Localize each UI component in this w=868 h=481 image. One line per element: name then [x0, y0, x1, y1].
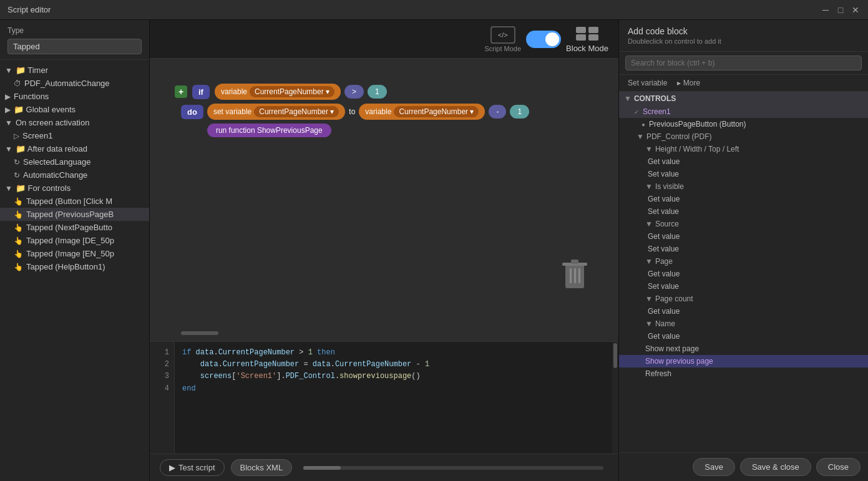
value-pill[interactable]: 1: [368, 85, 387, 99]
svg-rect-6: [571, 260, 578, 264]
sidebar-item-label: Tapped (NextPageButto: [26, 223, 112, 232]
type-input[interactable]: [7, 39, 142, 54]
sidebar-item-after-data-reload[interactable]: ▼ 📁 After data reload: [0, 142, 149, 155]
run-function-pill[interactable]: run function ShowPreviousPage: [207, 124, 331, 137]
code-icon: </>: [498, 31, 508, 39]
panel-page-count-label: Page count: [655, 294, 693, 303]
script-mode-icon: </>: [490, 26, 515, 44]
test-script-button[interactable]: ▶ Test script: [160, 459, 225, 476]
canvas-horizontal-scrollbar[interactable]: [303, 466, 603, 470]
panel-page-count-get[interactable]: Get value: [619, 305, 868, 318]
tap-icon: 👆: [14, 223, 23, 232]
canvas-area[interactable]: + if variable CurrentPageNumber ▾ > 1 do: [150, 59, 618, 341]
panel-page[interactable]: ▼ Page: [619, 255, 868, 268]
panel-pdf-control[interactable]: ▼ PDF_Control (PDF): [619, 130, 868, 143]
panel-name-label: Name: [655, 319, 675, 328]
script-mode-button[interactable]: </> Script Mode: [484, 26, 521, 52]
panel-page-set[interactable]: Set value: [619, 280, 868, 293]
sidebar-item-pdf-auto[interactable]: ⏱ PDF_AutomaticChange: [0, 77, 149, 90]
panel-refresh[interactable]: Refresh: [619, 367, 868, 380]
more-quick[interactable]: ▸ More: [677, 79, 700, 87]
save-close-button[interactable]: Save & close: [740, 458, 811, 476]
do-keyword: do: [181, 105, 203, 119]
panel-page-get[interactable]: Get value: [619, 268, 868, 280]
minus-operator-pill[interactable]: -: [489, 105, 506, 119]
code-content[interactable]: if data.CurrentPageNumber > 1 then data.…: [175, 342, 612, 454]
sidebar-item-tapped-help[interactable]: 👆 Tapped (HelpButton1): [0, 260, 149, 273]
code-scrollbar-thumb: [613, 343, 617, 368]
panel-source[interactable]: ▼ Source: [619, 218, 868, 230]
sidebar-item-label: SelectedLanguage: [23, 157, 90, 167]
sidebar-item-auto-change[interactable]: ↻ AutomaticChange: [0, 168, 149, 182]
type-section: Type: [0, 20, 149, 60]
panel-item-prev-btn[interactable]: ● PreviousPageButton (Button): [619, 118, 868, 130]
folder-icon: ▶: [5, 92, 11, 101]
blocks-xml-button[interactable]: Blocks XML: [231, 459, 293, 476]
variable-name-pill[interactable]: CurrentPageNumber ▾: [250, 86, 334, 97]
block-mode-button[interactable]: Block Mode: [566, 25, 608, 53]
set-variable-quick[interactable]: Set variable: [628, 79, 667, 87]
close-button[interactable]: Close: [816, 458, 861, 476]
source-arrow: ▼: [645, 220, 653, 228]
sidebar-item-tapped-button[interactable]: 👆 Tapped (Button [Click M: [0, 195, 149, 208]
sidebar-item-functions[interactable]: ▶ Functions: [0, 90, 149, 103]
tap-icon: 👆: [14, 236, 23, 245]
sidebar-item-tapped-image-de[interactable]: 👆 Tapped (Image [DE_50p: [0, 234, 149, 247]
sidebar-item-label: 📁 Timer: [16, 66, 48, 75]
script-mode-label: Script Mode: [484, 45, 521, 52]
sidebar-item-label: PDF_AutomaticChange: [24, 79, 110, 88]
variable-ref-name[interactable]: CurrentPageNumber ▾: [394, 106, 479, 117]
add-if-button[interactable]: +: [175, 85, 187, 98]
panel-show-prev-page[interactable]: Show previous page: [619, 355, 868, 367]
minus-value-pill[interactable]: 1: [510, 105, 529, 119]
folder-icon: ▼: [5, 119, 12, 127]
set-variable-pill[interactable]: set variable CurrentPageNumber ▾: [207, 104, 345, 120]
sidebar-item-global-events[interactable]: ▶ 📁 Global events: [0, 103, 149, 116]
close-window-button[interactable]: ✕: [851, 5, 861, 15]
dot-icon: ●: [641, 121, 645, 128]
variable-pill[interactable]: variable CurrentPageNumber ▾: [215, 84, 341, 100]
block-mode-svg: [575, 26, 600, 42]
operator-pill[interactable]: >: [344, 85, 364, 99]
panel-source-label: Source: [655, 220, 679, 228]
tree-panel[interactable]: ▼ CONTROLS ✓ Screen1 ● PreviousPageButto…: [619, 92, 868, 452]
sidebar-item-screen1[interactable]: ▷ Screen1: [0, 129, 149, 142]
if-keyword: if: [192, 85, 210, 99]
line-num-3: 3: [155, 371, 169, 382]
sidebar-item-tapped-next[interactable]: 👆 Tapped (NextPageButto: [0, 221, 149, 234]
save-button[interactable]: Save: [693, 458, 735, 476]
minimize-button[interactable]: ─: [821, 5, 831, 15]
variable-ref-pill[interactable]: variable CurrentPageNumber ▾: [359, 104, 485, 120]
canvas-scrollbar[interactable]: [181, 331, 218, 335]
if-row: + if variable CurrentPageNumber ▾ > 1: [175, 84, 529, 100]
mode-toggle[interactable]: [526, 31, 561, 48]
panel-hwt-set-value[interactable]: Set value: [619, 168, 868, 180]
panel-height-width[interactable]: ▼ Height / Width / Top / Left: [619, 143, 868, 155]
panel-show-next-page[interactable]: Show next page: [619, 343, 868, 355]
panel-hwt-get-value[interactable]: Get value: [619, 155, 868, 168]
panel-source-set[interactable]: Set value: [619, 243, 868, 255]
panel-page-count[interactable]: ▼ Page count: [619, 293, 868, 305]
tap-icon: 👆: [14, 210, 23, 219]
controls-label: CONTROLS: [634, 94, 676, 103]
sidebar-item-on-screen-activation[interactable]: ▼ On screen activation: [0, 116, 149, 129]
panel-is-visible[interactable]: ▼ Is visible: [619, 180, 868, 193]
panel-name-get[interactable]: Get value: [619, 330, 868, 343]
panel-source-get[interactable]: Get value: [619, 230, 868, 243]
sidebar-item-tapped-image-en[interactable]: 👆 Tapped (Image [EN_50p: [0, 247, 149, 260]
sidebar-item-selected-lang[interactable]: ↻ SelectedLanguage: [0, 155, 149, 168]
search-input[interactable]: [625, 56, 862, 70]
controls-section-header[interactable]: ▼ CONTROLS: [619, 92, 868, 105]
code-line-3: screens['Screen1'].PDF_Control.showprevi…: [182, 371, 605, 382]
panel-isvisible-set[interactable]: Set value: [619, 205, 868, 218]
panel-item-screen1[interactable]: ✓ Screen1: [619, 105, 868, 118]
footer-buttons: Save Save & close Close: [619, 452, 868, 481]
set-var-name[interactable]: CurrentPageNumber ▾: [254, 106, 339, 117]
sidebar-item-timer[interactable]: ▼ 📁 Timer: [0, 64, 149, 77]
code-scrollbar[interactable]: [612, 342, 618, 454]
sidebar-item-for-controls[interactable]: ▼ 📁 For controls: [0, 182, 149, 195]
panel-name[interactable]: ▼ Name: [619, 318, 868, 330]
maximize-button[interactable]: □: [836, 5, 846, 15]
panel-isvisible-get[interactable]: Get value: [619, 193, 868, 205]
sidebar-item-tapped-prev[interactable]: 👆 Tapped (PreviousPageB: [0, 208, 149, 221]
